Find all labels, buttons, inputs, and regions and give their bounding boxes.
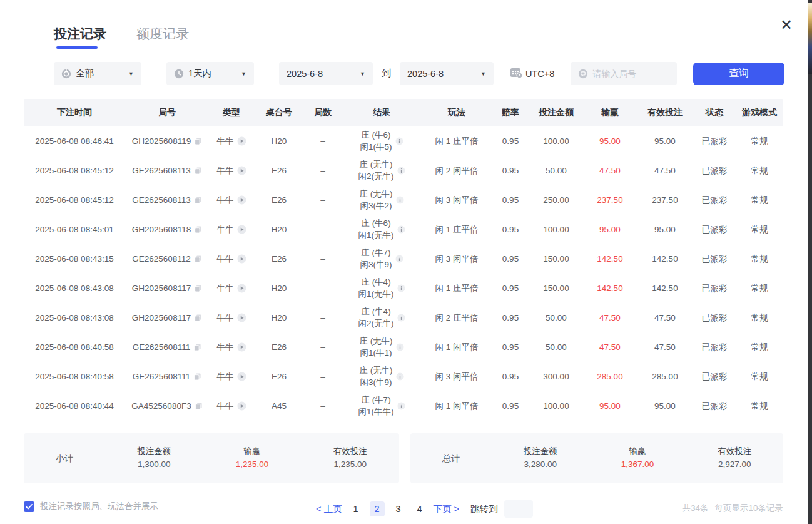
chevron-down-icon: ▼ xyxy=(480,71,486,77)
bet-records-table: 下注时间局号类型桌台号局数结果玩法赔率投注金额输赢有效投注状态游戏模式 2025… xyxy=(24,99,783,421)
total-win: 输赢 1,367.00 xyxy=(589,445,686,471)
copy-icon[interactable] xyxy=(193,372,201,381)
info-icon[interactable] xyxy=(395,137,403,145)
merge-checkbox[interactable] xyxy=(24,501,34,512)
cell-win-loss: 95.00 xyxy=(583,136,637,146)
cell-status: 已派彩 xyxy=(693,312,736,324)
record-tabs: 投注记录 额度记录 xyxy=(54,25,189,49)
copy-icon[interactable] xyxy=(194,137,202,145)
date-from-picker[interactable]: 2025-6-8 ▼ xyxy=(279,62,373,85)
copy-icon[interactable] xyxy=(195,402,203,410)
page-number[interactable]: 2 xyxy=(370,501,385,516)
page-number[interactable]: 1 xyxy=(348,501,363,516)
cell-round-count: – xyxy=(304,342,342,352)
copy-icon[interactable] xyxy=(194,284,202,292)
copy-icon[interactable] xyxy=(194,314,202,322)
filter-bar: 全部 ▼ 1天内 ▼ 2025-6-8 ▼ 到 2025-6-8 ▼ UTC+8… xyxy=(54,62,784,85)
tab-quota-records[interactable]: 额度记录 xyxy=(136,25,189,49)
cell-game-type: 牛牛 xyxy=(209,165,254,177)
cell-odds: 0.95 xyxy=(492,166,529,175)
info-icon[interactable] xyxy=(397,402,405,410)
table-row: 2025-06-08 08:43:08GH2025608117牛牛H20–庄 (… xyxy=(24,274,783,303)
play-video-icon[interactable] xyxy=(237,136,246,146)
info-icon[interactable] xyxy=(397,167,405,175)
total-panel: 总计 投注金额 3,280.00 输赢 1,367.00 有效投注 2,927.… xyxy=(410,433,783,483)
date-to-value: 2025-6-8 xyxy=(407,69,444,79)
play-video-icon[interactable] xyxy=(237,401,246,411)
next-page-button[interactable]: 下页 > xyxy=(434,503,460,515)
copy-icon[interactable] xyxy=(194,196,202,204)
prev-page-button[interactable]: < 上页 xyxy=(316,503,342,515)
copy-icon[interactable] xyxy=(194,225,202,234)
column-header: 赔率 xyxy=(492,107,529,118)
cell-result: 庄 (牛4)闲2(无牛) xyxy=(342,306,422,329)
total-valid: 有效投注 2,927.00 xyxy=(686,445,783,471)
cell-table-no: E26 xyxy=(254,254,304,264)
info-icon[interactable] xyxy=(396,372,404,381)
cell-game-type: 牛牛 xyxy=(209,224,254,235)
play-video-icon[interactable] xyxy=(237,195,246,205)
info-icon[interactable] xyxy=(395,255,403,263)
cell-game-mode: 常规 xyxy=(736,312,783,324)
cell-win-loss: 142.50 xyxy=(583,284,637,293)
cell-play-type: 闲 1 庄平倍 xyxy=(422,224,492,235)
cell-odds: 0.95 xyxy=(492,195,529,205)
game-type-text: 牛牛 xyxy=(217,371,234,383)
play-video-icon[interactable] xyxy=(237,225,246,234)
jump-to-label: 跳转到 xyxy=(470,503,498,515)
table-row: 2025-06-08 08:46:41GH2025608119牛牛H20–庄 (… xyxy=(24,126,783,156)
info-icon[interactable] xyxy=(397,225,405,234)
subtotal-win-value: 1,235.00 xyxy=(203,458,302,471)
query-button[interactable]: 查询 xyxy=(693,63,784,85)
subtotal-valid-label: 有效投注 xyxy=(301,445,399,458)
play-video-icon[interactable] xyxy=(237,372,246,381)
cell-play-type: 闲 3 闲平倍 xyxy=(422,371,492,383)
merge-checkbox-label: 投注记录按照局、玩法合并展示 xyxy=(40,501,158,512)
cell-win-loss: 47.50 xyxy=(583,313,637,322)
date-to-picker[interactable]: 2025-6-8 ▼ xyxy=(400,62,494,85)
cell-play-type: 闲 2 闲平倍 xyxy=(422,165,492,177)
copy-icon[interactable] xyxy=(194,167,202,175)
cell-valid-bet: 285.00 xyxy=(637,372,693,381)
round-id-input[interactable] xyxy=(592,69,667,79)
cell-win-loss: 47.50 xyxy=(583,342,637,352)
jump-to-input[interactable] xyxy=(504,500,533,518)
play-video-icon[interactable] xyxy=(237,342,246,352)
timezone-indicator[interactable]: UTC+8 xyxy=(510,67,554,81)
cell-status: 已派彩 xyxy=(693,254,736,265)
tab-bet-records[interactable]: 投注记录 xyxy=(54,25,106,49)
round-id-text: GA45256080F3 xyxy=(131,401,191,411)
play-video-icon[interactable] xyxy=(237,254,246,264)
table-body: 2025-06-08 08:46:41GH2025608119牛牛H20–庄 (… xyxy=(24,126,783,421)
info-icon[interactable] xyxy=(396,196,404,204)
close-icon[interactable]: ✕ xyxy=(777,16,796,34)
cell-result: 庄 (无牛)闲3(牛2) xyxy=(342,188,422,211)
cell-bet-amount: 300.00 xyxy=(529,372,583,381)
page-number[interactable]: 4 xyxy=(412,501,427,516)
clock-icon xyxy=(174,69,184,79)
cell-win-loss: 95.00 xyxy=(583,401,637,411)
cell-valid-bet: 95.00 xyxy=(637,401,693,411)
pagination: < 上页 1234 下页 > 跳转到 xyxy=(316,500,533,518)
info-icon[interactable] xyxy=(396,343,404,351)
cell-win-loss: 95.00 xyxy=(583,225,637,234)
cell-win-loss: 285.00 xyxy=(583,372,637,381)
info-icon[interactable] xyxy=(397,314,405,322)
page-number[interactable]: 3 xyxy=(391,501,406,516)
cell-bet-time: 2025-06-08 08:43:08 xyxy=(24,284,125,293)
round-id-search[interactable] xyxy=(571,62,677,85)
category-select[interactable]: 全部 ▼ xyxy=(54,62,141,85)
date-range-select[interactable]: 1天内 ▼ xyxy=(166,62,254,85)
cell-table-no: H20 xyxy=(254,225,304,234)
copy-icon[interactable] xyxy=(194,255,202,263)
cell-bet-amount: 150.00 xyxy=(529,284,583,293)
play-video-icon[interactable] xyxy=(237,166,246,175)
info-icon[interactable] xyxy=(397,284,405,292)
column-header: 类型 xyxy=(209,107,254,118)
cell-play-type: 闲 1 闲平倍 xyxy=(422,342,492,353)
copy-icon[interactable] xyxy=(193,343,201,351)
play-video-icon[interactable] xyxy=(237,284,246,293)
cell-status: 已派彩 xyxy=(693,283,736,294)
play-video-icon[interactable] xyxy=(237,313,246,322)
cell-bet-time: 2025-06-08 08:43:15 xyxy=(24,254,125,264)
